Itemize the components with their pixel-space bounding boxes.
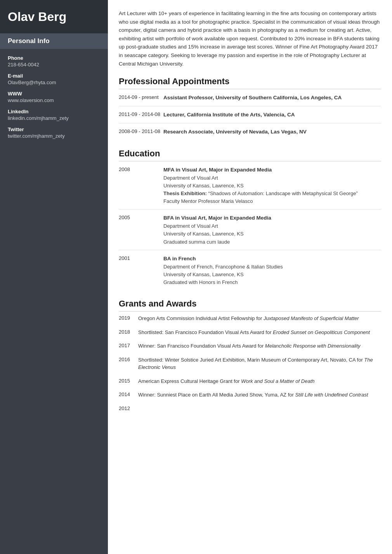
entry-year: 2016 bbox=[119, 356, 138, 371]
sidebar-field-twitter: Twitter twitter.com/mjhamm_zety bbox=[8, 126, 100, 139]
education-entry: 2008 MFA in Visual Art, Major in Expande… bbox=[119, 166, 381, 209]
entry-year: 2014 bbox=[119, 391, 138, 399]
entry-content: Winner: San Francisco Foundation Visual … bbox=[138, 342, 381, 350]
entry-content: American Express Cultural Heritage Grant… bbox=[138, 377, 381, 385]
education-entry: 2005 BFA in Visual Art, Major in Expande… bbox=[119, 214, 381, 250]
italic-text: Eroded Sunset on Geopoliticus Component bbox=[273, 329, 370, 335]
entry-year: 2017 bbox=[119, 342, 138, 350]
entry-detail: University of Kansas, Lawrence, KS bbox=[163, 271, 381, 279]
entry-content bbox=[138, 405, 381, 411]
grants-entry: 2018 Shortlisted: San Francisco Foundati… bbox=[119, 329, 381, 339]
sidebar-field-e-mail: E-mail OlavBerg@rhyta.com bbox=[8, 73, 100, 85]
italic-text: The Electronic Venus bbox=[138, 357, 373, 370]
entry-detail: University of Kansas, Lawrence, KS bbox=[163, 230, 381, 238]
field-label: E-mail bbox=[8, 73, 100, 79]
entry-detail: Thesis Exhibition: “Shadows of Automatio… bbox=[163, 190, 381, 197]
italic-text: Work and Soul a Matter of Death bbox=[241, 378, 314, 384]
entry-date: 2011-09 - 2014-08 bbox=[119, 111, 163, 119]
entry-year: 2019 bbox=[119, 315, 138, 322]
entry-content: Lecturer, California Institute of the Ar… bbox=[163, 111, 381, 119]
entry-year: 2015 bbox=[119, 377, 138, 385]
entry-content: Shortlisted: San Francisco Foundation Vi… bbox=[138, 329, 381, 336]
grants-entry: 2017 Winner: San Francisco Foundation Vi… bbox=[119, 342, 381, 353]
professional-title: Professional Appointments bbox=[119, 76, 381, 89]
entry-title: Assistant Professor, University of South… bbox=[163, 95, 342, 100]
italic-text: Still Life with Undefined Contrast bbox=[295, 392, 368, 398]
professional-entries: 2014-09 - present Assistant Professor, U… bbox=[119, 94, 381, 140]
entry-content: MFA in Visual Art, Major in Expanded Med… bbox=[163, 166, 381, 205]
entry-title: BA in French bbox=[163, 255, 381, 263]
personal-info-fields: Phone 218-654-0042E-mail OlavBerg@rhyta.… bbox=[0, 49, 108, 151]
field-label: Twitter bbox=[8, 126, 100, 132]
field-value: 218-654-0042 bbox=[8, 62, 100, 68]
entry-date: 2014-09 - present bbox=[119, 94, 163, 102]
entry-detail: University of Kansas, Lawrence, KS bbox=[163, 182, 381, 190]
entry-detail: Faculty Mentor Professor Maria Velasco bbox=[163, 197, 381, 205]
field-value: OlavBerg@rhyta.com bbox=[8, 80, 100, 85]
field-value: www.olaversion.com bbox=[8, 97, 100, 103]
italic-text: Juxtaposed Manifesto of Superficial Matt… bbox=[264, 315, 359, 321]
italic-text: Melancholic Response with Dimensionality bbox=[265, 343, 361, 349]
entry-content: Assistant Professor, University of South… bbox=[163, 94, 381, 102]
entry-detail: Graduated with Honors in French bbox=[163, 279, 381, 286]
entry-detail: Department of Visual Art bbox=[163, 222, 381, 230]
entry-date: 2005 bbox=[119, 214, 163, 246]
professional-entry: 2011-09 - 2014-08 Lecturer, California I… bbox=[119, 111, 381, 123]
field-value: twitter.com/mjhamm_zety bbox=[8, 133, 100, 139]
entry-detail: Department of Visual Art bbox=[163, 174, 381, 182]
entry-date: 2008-09 - 2011-08 bbox=[119, 128, 163, 136]
entry-title: MFA in Visual Art, Major in Expanded Med… bbox=[163, 166, 381, 174]
grants-entry: 2012 bbox=[119, 405, 381, 414]
sidebar-field-linkedin: LinkedIn linkedin.com/mjhamm_zety bbox=[8, 109, 100, 121]
entry-date: 2001 bbox=[119, 255, 163, 286]
grants-title: Grants and Awards bbox=[119, 299, 381, 312]
grants-entry: 2014 Winner: Sunniest Place on Earth All… bbox=[119, 391, 381, 402]
grants-entry: 2019 Oregon Arts Commission Individual A… bbox=[119, 315, 381, 325]
entry-content: Oregon Arts Commission Individual Artist… bbox=[138, 315, 381, 322]
field-value: linkedin.com/mjhamm_zety bbox=[8, 115, 100, 121]
entry-detail: Graduated summa cum laude bbox=[163, 238, 381, 246]
grants-entries: 2019 Oregon Arts Commission Individual A… bbox=[119, 315, 381, 414]
professional-entry: 2014-09 - present Assistant Professor, U… bbox=[119, 94, 381, 106]
professional-entry: 2008-09 - 2011-08 Research Associate, Un… bbox=[119, 128, 381, 140]
entry-content: BFA in Visual Art, Major in Expanded Med… bbox=[163, 214, 381, 246]
full-name: Olav Berg bbox=[8, 9, 100, 24]
sidebar-field-phone: Phone 218-654-0042 bbox=[8, 55, 100, 68]
entry-title: BFA in Visual Art, Major in Expanded Med… bbox=[163, 214, 381, 222]
entry-detail: Department of French, Francophone & Ital… bbox=[163, 263, 381, 271]
entry-title: Research Associate, University of Nevada… bbox=[163, 129, 307, 135]
sidebar: Olav Berg Personal Info Phone 218-654-00… bbox=[0, 0, 108, 554]
professional-section: Professional Appointments 2014-09 - pres… bbox=[119, 76, 381, 140]
entry-content: Research Associate, University of Nevada… bbox=[163, 128, 381, 136]
education-entry: 2001 BA in French Department of French, … bbox=[119, 255, 381, 290]
entry-content: Shortlisted: Winter Solstice Juried Art … bbox=[138, 356, 381, 371]
field-label: LinkedIn bbox=[8, 109, 100, 114]
sidebar-field-www: WWW www.olaversion.com bbox=[8, 91, 100, 103]
grants-section: Grants and Awards 2019 Oregon Arts Commi… bbox=[119, 299, 381, 414]
main-content: Art Lecturer with 10+ years of experienc… bbox=[108, 0, 392, 554]
entry-date: 2008 bbox=[119, 166, 163, 205]
grants-entry: 2016 Shortlisted: Winter Solstice Juried… bbox=[119, 356, 381, 374]
education-entries: 2008 MFA in Visual Art, Major in Expande… bbox=[119, 166, 381, 290]
grants-entry: 2015 American Express Cultural Heritage … bbox=[119, 377, 381, 388]
entry-year: 2018 bbox=[119, 329, 138, 336]
entry-content: BA in French Department of French, Franc… bbox=[163, 255, 381, 286]
entry-title: Lecturer, California Institute of the Ar… bbox=[163, 112, 295, 118]
field-label: WWW bbox=[8, 91, 100, 97]
name-section: Olav Berg bbox=[0, 0, 108, 33]
education-section: Education 2008 MFA in Visual Art, Major … bbox=[119, 149, 381, 290]
field-label: Phone bbox=[8, 55, 100, 61]
entry-year: 2012 bbox=[119, 405, 138, 411]
education-title: Education bbox=[119, 149, 381, 161]
personal-info-title: Personal Info bbox=[8, 37, 100, 45]
entry-content: Winner: Sunniest Place on Earth All Medi… bbox=[138, 391, 381, 399]
summary-text: Art Lecturer with 10+ years of experienc… bbox=[119, 9, 381, 68]
personal-info-header: Personal Info bbox=[0, 33, 108, 49]
